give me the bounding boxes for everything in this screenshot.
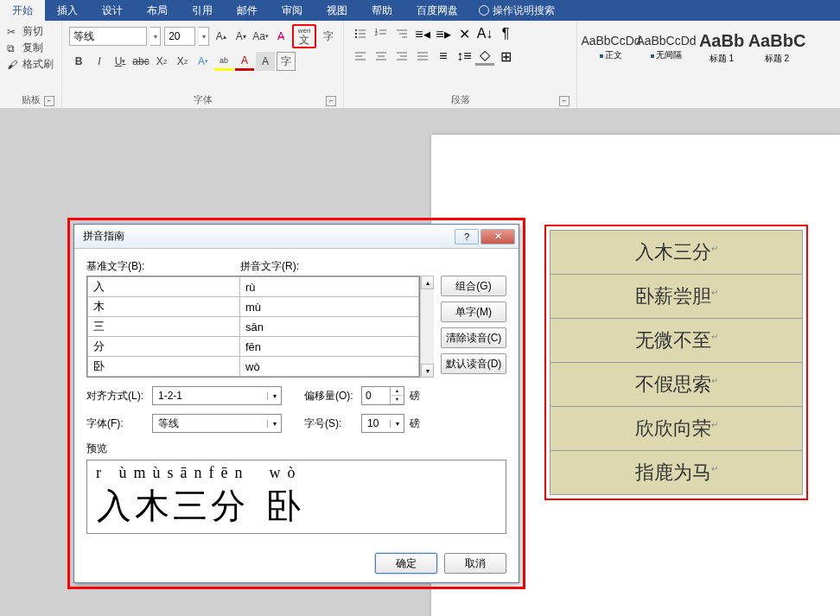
strikethrough-button[interactable]: abc	[131, 52, 150, 71]
tab-mailings[interactable]: 邮件	[225, 0, 270, 22]
offset-input[interactable]	[362, 387, 390, 404]
align-combo[interactable]: 1-2-1▾	[152, 386, 282, 405]
style-heading2[interactable]: AaBbC标题 2	[750, 24, 804, 71]
line-spacing-button[interactable]: ↕≡	[455, 47, 474, 66]
ruby-cell[interactable]: rù	[240, 277, 419, 297]
size-combo[interactable]: 10▾	[361, 414, 404, 433]
justify-button[interactable]	[413, 47, 432, 66]
tell-me-search[interactable]: 操作说明搜索	[470, 3, 563, 18]
copy-icon: ⧉	[7, 42, 19, 54]
table-row[interactable]: 指鹿为马↵	[550, 451, 803, 495]
font-color-button[interactable]: A	[235, 52, 254, 71]
align-center-button[interactable]	[372, 47, 391, 66]
font-launcher[interactable]: ⌐	[326, 96, 336, 106]
bullets-button[interactable]	[351, 24, 370, 43]
tab-help[interactable]: 帮助	[360, 0, 404, 22]
italic-button[interactable]: I	[90, 52, 109, 71]
phonetic-guide-button-highlight: wén文	[292, 24, 316, 48]
spin-up-icon[interactable]: ▴	[391, 387, 404, 396]
font-name-input[interactable]	[69, 27, 147, 46]
bold-button[interactable]: B	[69, 52, 88, 71]
style-nospacing[interactable]: AaBbCcDd无间隔	[640, 24, 693, 71]
shading-button[interactable]: ◇	[475, 47, 494, 66]
numbering-button[interactable]: 12	[372, 24, 391, 43]
tab-baidu[interactable]: 百度网盘	[404, 0, 470, 22]
table-row[interactable]: 无微不至↵	[550, 319, 803, 363]
ruby-cell[interactable]: mù	[240, 297, 419, 317]
tab-home[interactable]: 开始	[0, 0, 45, 22]
shrink-font-button[interactable]: A▾	[232, 27, 249, 46]
cancel-button[interactable]: 取消	[444, 553, 506, 574]
clear-reading-button[interactable]: 清除读音(C)	[441, 327, 506, 348]
style-normal[interactable]: AaBbCcDd正文	[584, 24, 638, 71]
copy-button[interactable]: ⧉复制	[7, 41, 54, 55]
tab-view[interactable]: 视图	[315, 0, 360, 22]
multilevel-button[interactable]	[392, 24, 411, 43]
offset-spinner[interactable]: ▴▾	[361, 386, 404, 405]
show-marks-button[interactable]: ¶	[496, 24, 515, 43]
enclose-char-button[interactable]: 字	[320, 27, 336, 46]
asian-layout-button[interactable]: ✕	[455, 24, 474, 43]
ruby-cell[interactable]: fēn	[240, 337, 419, 357]
default-reading-button[interactable]: 默认读音(D)	[441, 353, 506, 374]
base-cell[interactable]: 木	[88, 297, 240, 317]
table-row[interactable]: 不假思索↵	[550, 363, 803, 407]
clear-format-button[interactable]: A̶	[272, 27, 289, 46]
char-border-button[interactable]: 字	[277, 52, 296, 71]
preview-label: 预览	[86, 441, 506, 456]
decrease-indent-button[interactable]: ≡◂	[413, 24, 432, 43]
clipboard-launcher[interactable]: ⌐	[44, 96, 54, 106]
align-left-button[interactable]	[351, 47, 370, 66]
style-heading1[interactable]: AaBb标题 1	[695, 24, 748, 71]
tab-review[interactable]: 审阅	[270, 0, 315, 22]
paragraph-launcher[interactable]: ⌐	[559, 96, 570, 106]
font-combo[interactable]: 等线▾	[152, 414, 282, 433]
base-cell[interactable]: 分	[88, 337, 240, 357]
text-effects-button[interactable]: A▾	[194, 52, 213, 71]
preview-box: r ùmùsānfēn 入木三分 wò 卧	[86, 460, 506, 534]
font-size-input[interactable]	[164, 27, 195, 46]
grow-font-button[interactable]: A▴	[213, 27, 229, 46]
tab-layout[interactable]: 布局	[135, 0, 180, 22]
highlight-button[interactable]: ab	[214, 52, 233, 71]
format-painter-button[interactable]: 🖌格式刷	[7, 57, 54, 72]
single-button[interactable]: 单字(M)	[441, 302, 506, 322]
borders-button[interactable]: ⊞	[496, 47, 515, 66]
dialog-titlebar[interactable]: 拼音指南 ? ✕	[74, 225, 519, 249]
sort-button[interactable]: A↓	[475, 24, 494, 43]
cut-button[interactable]: ✂剪切	[7, 24, 54, 39]
char-shading-button[interactable]: A	[256, 52, 275, 71]
underline-button[interactable]: U▾	[111, 52, 130, 71]
combine-button[interactable]: 组合(G)	[441, 276, 506, 296]
base-cell[interactable]: 三	[88, 317, 240, 337]
ruby-cell[interactable]: wò	[240, 357, 419, 377]
tab-design[interactable]: 设计	[90, 0, 135, 22]
grid-scrollbar[interactable]: ▴ ▾	[420, 276, 434, 378]
tab-insert[interactable]: 插入	[45, 0, 90, 22]
svg-point-4	[355, 36, 357, 38]
align-right-button[interactable]	[392, 47, 411, 66]
tab-references[interactable]: 引用	[180, 0, 225, 22]
spin-down-icon[interactable]: ▾	[391, 396, 404, 404]
font-size-dropdown[interactable]: ▾	[199, 27, 209, 46]
superscript-button[interactable]: X2	[173, 52, 192, 71]
close-button[interactable]: ✕	[480, 229, 515, 244]
subscript-button[interactable]: X2	[152, 52, 171, 71]
help-button[interactable]: ?	[455, 229, 479, 244]
table-row[interactable]: 卧薪尝胆↵	[550, 275, 803, 319]
ribbon-tabs: 开始 插入 设计 布局 引用 邮件 审阅 视图 帮助 百度网盘 操作说明搜索	[0, 0, 840, 21]
distribute-button[interactable]: ≡	[434, 47, 453, 66]
font-name-dropdown[interactable]: ▾	[150, 27, 161, 46]
scroll-up-icon[interactable]: ▴	[421, 276, 434, 289]
base-cell[interactable]: 卧	[88, 357, 240, 377]
ok-button[interactable]: 确定	[375, 553, 437, 574]
scroll-down-icon[interactable]: ▾	[421, 364, 434, 378]
ruby-cell[interactable]: sān	[240, 317, 419, 337]
base-cell[interactable]: 入	[88, 277, 240, 297]
increase-indent-button[interactable]: ≡▸	[434, 24, 453, 43]
change-case-button[interactable]: Aa▾	[252, 27, 269, 46]
table-row[interactable]: 欣欣向荣↵	[550, 407, 803, 451]
svg-point-2	[355, 33, 357, 35]
phonetic-guide-button[interactable]: wén文	[295, 27, 314, 46]
table-row[interactable]: 入木三分↵	[550, 231, 803, 275]
